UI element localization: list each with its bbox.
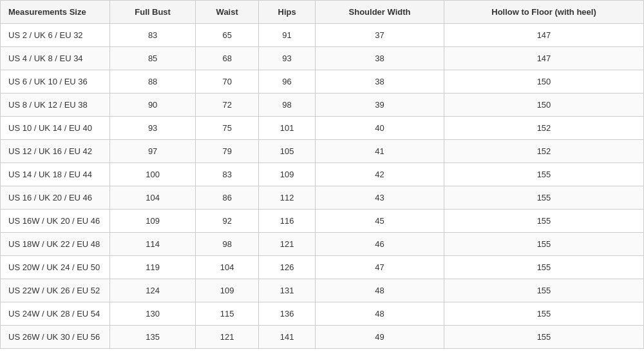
measurement-value: 38 [316,70,444,93]
measurement-value: 105 [259,140,316,163]
measurement-value: 155 [444,210,643,233]
size-label: US 14 / UK 18 / EU 44 [1,163,110,186]
measurement-value: 119 [110,256,196,279]
size-label: US 2 / UK 6 / EU 32 [1,24,110,47]
table-row: US 24W / UK 28 / EU 5413011513648155 [1,302,644,326]
measurement-value: 109 [110,210,196,233]
table-row: US 20W / UK 24 / EU 5011910412647155 [1,256,644,279]
measurement-value: 83 [110,24,196,47]
measurement-value: 136 [259,302,316,326]
size-label: US 16 / UK 20 / EU 46 [1,186,110,210]
measurement-value: 65 [196,24,259,47]
column-header-2: Waist [196,1,259,24]
column-header-5: Hollow to Floor (with heel) [444,1,643,24]
measurement-value: 100 [110,163,196,186]
measurement-value: 98 [259,93,316,117]
measurement-value: 115 [196,302,259,326]
measurement-value: 97 [110,140,196,163]
measurement-value: 155 [444,326,643,349]
table-row: US 12 / UK 16 / EU 42977910541152 [1,140,644,163]
measurement-value: 93 [110,117,196,140]
measurement-value: 70 [196,70,259,93]
measurement-value: 130 [110,302,196,326]
size-label: US 8 / UK 12 / EU 38 [1,93,110,117]
measurement-value: 135 [110,326,196,349]
measurement-value: 85 [110,47,196,70]
measurement-value: 86 [196,186,259,210]
measurements-table-container: Measurements SizeFull BustWaistHipsShoul… [0,0,644,349]
measurement-value: 37 [316,24,444,47]
measurement-value: 155 [444,186,643,210]
size-label: US 18W / UK 22 / EU 48 [1,233,110,256]
measurement-value: 112 [259,186,316,210]
measurement-value: 114 [110,233,196,256]
measurement-value: 47 [316,256,444,279]
measurement-value: 45 [316,210,444,233]
measurement-value: 150 [444,70,643,93]
measurement-value: 116 [259,210,316,233]
measurement-value: 147 [444,47,643,70]
measurement-value: 109 [259,163,316,186]
size-label: US 16W / UK 20 / EU 46 [1,210,110,233]
column-header-3: Hips [259,1,316,24]
measurement-value: 101 [259,117,316,140]
measurement-value: 155 [444,279,643,302]
size-label: US 12 / UK 16 / EU 42 [1,140,110,163]
measurement-value: 124 [110,279,196,302]
table-row: US 16 / UK 20 / EU 461048611243155 [1,186,644,210]
measurement-value: 39 [316,93,444,117]
measurement-value: 147 [444,24,643,47]
measurement-value: 141 [259,326,316,349]
measurement-value: 121 [259,233,316,256]
measurement-value: 155 [444,163,643,186]
measurement-value: 90 [110,93,196,117]
table-row: US 6 / UK 10 / EU 3688709638150 [1,70,644,93]
measurement-value: 155 [444,302,643,326]
measurement-value: 43 [316,186,444,210]
measurement-value: 38 [316,47,444,70]
measurement-value: 68 [196,47,259,70]
column-header-4: Shoulder Width [316,1,444,24]
table-row: US 16W / UK 20 / EU 461099211645155 [1,210,644,233]
measurement-value: 48 [316,302,444,326]
measurement-value: 46 [316,233,444,256]
measurement-value: 155 [444,233,643,256]
measurement-value: 72 [196,93,259,117]
measurement-value: 49 [316,326,444,349]
table-row: US 2 / UK 6 / EU 3283659137147 [1,24,644,47]
column-header-0: Measurements Size [1,1,110,24]
measurement-value: 41 [316,140,444,163]
size-label: US 24W / UK 28 / EU 54 [1,302,110,326]
table-header-row: Measurements SizeFull BustWaistHipsShoul… [1,1,644,24]
measurement-value: 98 [196,233,259,256]
table-row: US 18W / UK 22 / EU 481149812146155 [1,233,644,256]
measurement-value: 93 [259,47,316,70]
size-label: US 10 / UK 14 / EU 40 [1,117,110,140]
measurement-value: 104 [196,256,259,279]
measurement-value: 79 [196,140,259,163]
measurement-value: 152 [444,140,643,163]
measurement-value: 75 [196,117,259,140]
measurement-value: 83 [196,163,259,186]
table-row: US 8 / UK 12 / EU 3890729839150 [1,93,644,117]
table-row: US 10 / UK 14 / EU 40937510140152 [1,117,644,140]
measurement-value: 88 [110,70,196,93]
measurements-table: Measurements SizeFull BustWaistHipsShoul… [0,0,644,349]
table-row: US 4 / UK 8 / EU 3485689338147 [1,47,644,70]
measurement-value: 92 [196,210,259,233]
measurement-value: 40 [316,117,444,140]
table-row: US 22W / UK 26 / EU 5212410913148155 [1,279,644,302]
measurement-value: 126 [259,256,316,279]
measurement-value: 150 [444,93,643,117]
measurement-value: 48 [316,279,444,302]
measurement-value: 104 [110,186,196,210]
measurement-value: 152 [444,117,643,140]
size-label: US 6 / UK 10 / EU 36 [1,70,110,93]
measurement-value: 109 [196,279,259,302]
size-label: US 26W / UK 30 / EU 56 [1,326,110,349]
measurement-value: 155 [444,256,643,279]
measurement-value: 91 [259,24,316,47]
size-label: US 4 / UK 8 / EU 34 [1,47,110,70]
measurement-value: 131 [259,279,316,302]
column-header-1: Full Bust [110,1,196,24]
